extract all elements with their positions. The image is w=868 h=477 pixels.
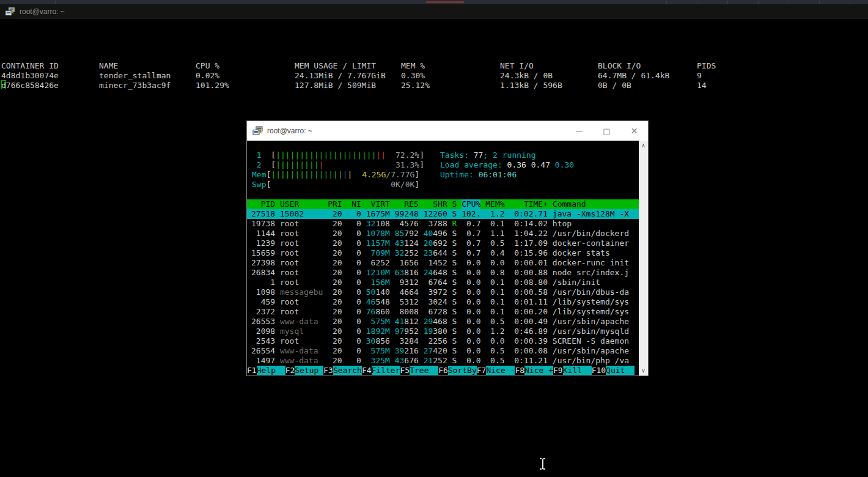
process-row[interactable]: 1144root2001078M8579240496S0.71.11:04.22… <box>247 229 639 239</box>
process-row[interactable]: 2098mysql2001892M9795219380S0.01.20:46.8… <box>247 327 639 336</box>
process-row[interactable]: 2372root2007686080086728S0.00.10:00.20/l… <box>247 307 639 317</box>
process-row[interactable]: 26554www-data200575M3921627420S0.00.50:0… <box>247 346 639 356</box>
scrollbar[interactable]: ∧ ∨ <box>639 141 648 375</box>
process-row[interactable]: 27518150022001675M9924812260S102.1.20:02… <box>247 209 639 219</box>
fkey-quit[interactable]: F10Quit <box>592 366 634 375</box>
fkey-filter[interactable]: F4Filter <box>362 366 400 375</box>
mouse-cursor-ibeam <box>540 458 545 470</box>
fkey-search[interactable]: F3Search <box>323 366 362 375</box>
taskbar-artifact <box>426 1 464 3</box>
scroll-down-icon[interactable]: ∨ <box>639 366 648 375</box>
terminal-cursor <box>1 80 6 89</box>
process-row[interactable]: 1root200156M93126764S0.00.10:08.80/sbin/… <box>247 278 639 287</box>
background-window-title: root@varro: ~ <box>20 7 65 16</box>
fkey-kill[interactable]: F9Kill <box>553 366 592 375</box>
process-table-header[interactable]: PIDUSERPRINIVIRTRESSHRSCPU%MEM%TIME+Comm… <box>247 199 639 209</box>
summary-line: Load average: 0.36 0.47 0.30 <box>440 160 574 170</box>
fbar-filler <box>634 366 639 375</box>
fkey-tree[interactable]: F5Tree <box>400 366 439 375</box>
meter-line: 1 [|||||||||||||||||||||||72.2%]Tasks: 7… <box>247 150 639 160</box>
process-row[interactable]: 2543root2003085632842256S0.00.00:00.39SC… <box>247 336 639 346</box>
fkey-nice-[interactable]: F7Nice - <box>477 366 515 375</box>
htop-terminal: 1 [|||||||||||||||||||||||72.2%]Tasks: 7… <box>247 141 639 375</box>
meter-line: Mem[|||||||||||||||||4.25G/7.77G]Uptime:… <box>247 170 639 180</box>
process-row[interactable]: 19738root2003210845763788R0.70.10:14.02h… <box>247 219 639 229</box>
summary-line: Uptime: 06:01:06 <box>440 170 517 180</box>
function-key-bar: F1Help F2Setup F3SearchF4FilterF5Tree F6… <box>247 366 639 375</box>
htop-window-title: root@varro: ~ <box>267 127 565 135</box>
close-button[interactable]: ✕ <box>620 121 648 141</box>
htop-window-titlebar[interactable]: root@varro: ~ — □ ✕ <box>247 121 648 141</box>
process-row[interactable]: 1497www-data200325M4367621252S0.00.50:11… <box>247 356 639 366</box>
putty-icon <box>252 126 263 136</box>
process-row[interactable]: 26553www-data200575M4181229468S0.00.50:0… <box>247 317 639 327</box>
fkey-sortby[interactable]: F6SortBy <box>438 366 477 375</box>
background-window-titlebar[interactable]: root@varro: ~ <box>0 4 868 19</box>
fkey-setup[interactable]: F2Setup <box>285 366 324 375</box>
fkey-help[interactable]: F1Help <box>247 366 285 375</box>
process-row[interactable]: 15659root200709M3225223644S0.70.40:15.96… <box>247 248 639 258</box>
process-row[interactable]: 1098messagebu2005014046643972S0.00.10:00… <box>247 287 639 297</box>
htop-window: root@varro: ~ — □ ✕ 1 [|||||||||||||||||… <box>246 120 649 376</box>
container-row: 4d8d1b30074etender_stallman0.02%24.13MiB… <box>0 71 868 81</box>
process-row[interactable]: 26834root2001210M6381624648S0.00.80:00.8… <box>247 268 639 278</box>
process-row[interactable]: 27398root200625216561452S0.00.00:00.01do… <box>247 258 639 268</box>
process-row[interactable]: 1239root2001157M4312420692S0.70.51:17.09… <box>247 239 639 248</box>
fkey-nice-[interactable]: F8Nice + <box>515 366 553 375</box>
top-taskbar-strip <box>0 0 868 4</box>
maximize-button[interactable]: □ <box>593 121 620 141</box>
process-table: PIDUSERPRINIVIRTRESSHRSCPU%MEM%TIME+Comm… <box>247 199 639 366</box>
putty-icon <box>5 7 15 17</box>
docker-stats-header: CONTAINER IDNAMECPU %MEM USAGE / LIMITME… <box>0 61 868 71</box>
container-row: d766c858426eminecr_73b3ac9f101.29%127.8M… <box>0 81 868 91</box>
summary-line: Tasks: 77; 2 running <box>440 150 536 160</box>
minimize-button[interactable]: — <box>565 121 593 141</box>
htop-meters: 1 [|||||||||||||||||||||||72.2%]Tasks: 7… <box>247 150 639 190</box>
docker-stats-output: CONTAINER IDNAMECPU %MEM USAGE / LIMITME… <box>0 19 868 110</box>
process-row[interactable]: 459root2004654853123024S0.00.10:01.11/li… <box>247 297 639 307</box>
meter-line: Swp[0K/0K] <box>247 180 639 190</box>
scroll-up-icon[interactable]: ∧ <box>639 141 648 150</box>
meter-line: 2 [||||||||||31.3%]Load average: 0.36 0.… <box>247 160 639 170</box>
